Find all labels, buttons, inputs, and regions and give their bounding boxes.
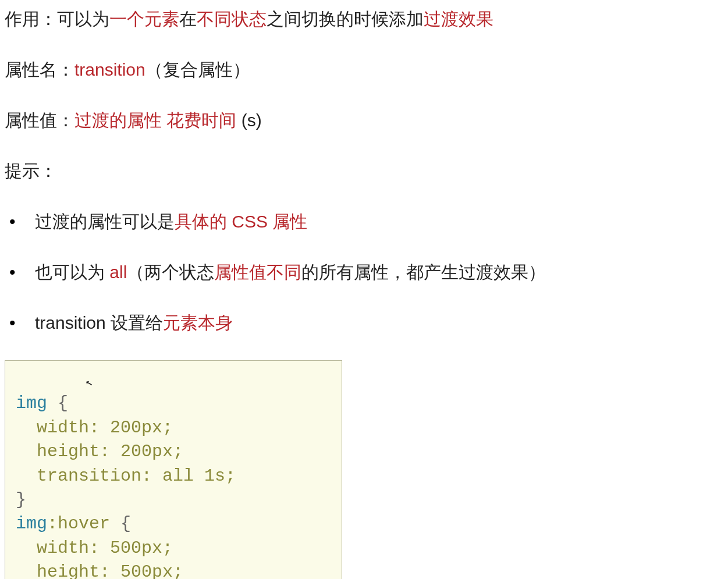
highlight: all [109, 262, 127, 282]
code-selector: img [16, 393, 47, 413]
highlight: 过渡效果 [424, 9, 493, 29]
code-block: ↖img { width: 200px; height: 200px; tran… [5, 360, 342, 579]
text: 之间切换的时候添加 [267, 9, 424, 29]
text: （两个状态 [127, 262, 214, 282]
line-tips-label: 提示： [5, 158, 723, 184]
text: 也可以为 [35, 262, 109, 282]
code-line: height: 200px; [16, 442, 183, 461]
text: transition 设置给 [35, 313, 163, 332]
list-item: 也可以为 all（两个状态属性值不同的所有属性，都产生过渡效果） [5, 259, 723, 285]
line-purpose: 作用：可以为一个元素在不同状态之间切换的时候添加过渡效果 [5, 6, 723, 32]
highlight: transition [74, 60, 145, 79]
code-brace: { [47, 393, 68, 413]
text: 属性名： [5, 60, 74, 79]
cursor-icon: ↖ [84, 374, 95, 392]
highlight: 一个元素 [109, 9, 179, 29]
text: 的所有属性，都产生过渡效果） [301, 262, 546, 282]
text: 属性值： [5, 111, 74, 130]
text: 作用：可以为 [5, 9, 109, 29]
text: (s) [236, 111, 261, 130]
code-brace: } [16, 490, 26, 510]
highlight: 不同状态 [197, 9, 267, 29]
code-pseudo: :hover [47, 514, 110, 534]
line-property-name: 属性名：transition（复合属性） [5, 56, 723, 83]
highlight: 具体的 CSS 属性 [175, 212, 307, 231]
code-line: transition: all 1s; [16, 466, 236, 486]
line-property-value: 属性值：过渡的属性 花费时间 (s) [5, 107, 723, 133]
highlight: 属性值不同 [214, 262, 301, 282]
code-line: width: 200px; [16, 418, 173, 438]
text: 在 [179, 9, 197, 29]
list-item: 过渡的属性可以是具体的 CSS 属性 [5, 208, 723, 235]
code-line: width: 500px; [16, 538, 173, 558]
highlight: 元素本身 [163, 313, 233, 332]
text: 过渡的属性可以是 [35, 212, 175, 231]
code-line: height: 500px; [16, 562, 183, 579]
tips-list: 过渡的属性可以是具体的 CSS 属性 也可以为 all（两个状态属性值不同的所有… [5, 208, 723, 336]
code-brace: { [110, 514, 131, 534]
highlight: 花费时间 [166, 111, 236, 130]
text: （复合属性） [145, 60, 250, 79]
list-item: transition 设置给元素本身 [5, 310, 723, 336]
code-selector: img [16, 514, 47, 534]
highlight: 过渡的属性 [74, 111, 162, 130]
